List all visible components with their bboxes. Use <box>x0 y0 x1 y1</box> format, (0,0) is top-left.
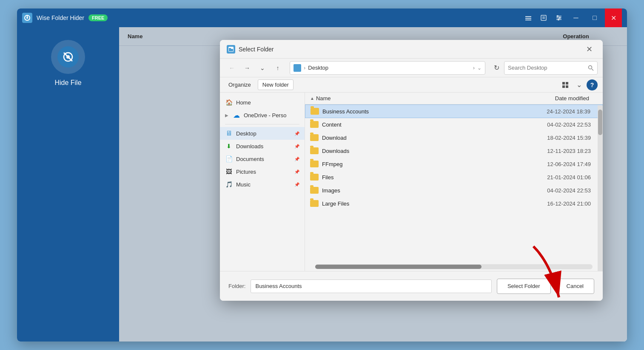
address-folder-icon <box>294 64 301 72</box>
svg-line-22 <box>592 69 593 71</box>
table-row[interactable]: Business Accounts 24-12-2024 18:39 <box>305 104 603 118</box>
hide-file-label: Hide File <box>54 79 81 87</box>
sidebar-item-pictures[interactable]: 🖼 Pictures 📌 <box>220 165 305 178</box>
svg-rect-5 <box>525 20 531 20</box>
folder-icon <box>310 121 319 128</box>
table-row[interactable]: Content 04-02-2024 22:53 <box>305 118 603 131</box>
up-button[interactable]: ↑ <box>271 61 285 75</box>
file-date: 18-02-2024 15:39 <box>521 135 598 141</box>
select-folder-button[interactable]: Select Folder <box>497 279 551 294</box>
dialog-title-bar: Select Folder ✕ <box>220 40 603 59</box>
folder-icon <box>310 187 319 194</box>
new-folder-button[interactable]: New folder <box>258 79 294 90</box>
file-date: 21-01-2024 01:06 <box>521 174 598 181</box>
file-name: FFmpeg <box>322 161 518 167</box>
hide-icon <box>57 46 79 68</box>
cancel-button[interactable]: Cancel <box>556 279 594 294</box>
main-area: Name Operation W WiseCleaner <box>119 27 627 342</box>
music-icon: 🎵 <box>225 181 233 188</box>
folder-input[interactable] <box>251 279 491 293</box>
table-row[interactable]: Images 04-02-2024 22:53 <box>305 184 603 197</box>
svg-rect-3 <box>525 16 531 17</box>
file-date: 16-12-2024 21:00 <box>521 200 598 207</box>
maximize-button[interactable]: □ <box>586 8 603 27</box>
vertical-scrollbar-thumb <box>598 110 602 135</box>
address-bar[interactable]: › Desktop › ⌄ <box>290 61 485 75</box>
svg-rect-20 <box>229 48 231 49</box>
view-controls: ⌄ ? <box>559 79 598 91</box>
sidebar-item-music-label: Music <box>236 181 251 188</box>
sidebar-item-onedrive-label: OneDrive - Perso <box>244 112 286 119</box>
view-menu-button[interactable] <box>559 79 571 91</box>
col-date-header: Date modified <box>521 95 598 102</box>
minimize-button[interactable]: ─ <box>567 8 584 27</box>
table-row[interactable]: Downloads 12-11-2023 18:23 <box>305 144 603 158</box>
expand-icon: ▶ <box>225 113 228 118</box>
pin-icon: 📌 <box>294 131 299 136</box>
file-name: Images <box>322 187 518 194</box>
recent-locations-button[interactable]: ⌄ <box>256 61 269 75</box>
back-button[interactable]: ← <box>225 61 239 75</box>
table-row[interactable]: FFmpeg 12-06-2024 17:49 <box>305 158 603 171</box>
forward-button[interactable]: → <box>240 61 254 75</box>
file-date: 12-11-2023 18:23 <box>521 148 598 154</box>
svg-point-21 <box>589 65 592 69</box>
folder-icon <box>310 161 319 167</box>
file-name: Files <box>322 174 518 181</box>
table-row[interactable]: Large Files 16-12-2024 21:00 <box>305 197 603 210</box>
title-bar: Wise Folder Hider FREE <box>17 8 627 27</box>
notes-icon[interactable] <box>537 11 550 25</box>
svg-point-17 <box>66 55 70 59</box>
taskbar-icon[interactable] <box>521 11 535 25</box>
file-list-panel: ▲ Name Date modified Business Accounts 2… <box>305 93 603 271</box>
file-name: Large Files <box>322 200 518 207</box>
pin-icon-pictures: 📌 <box>294 169 299 174</box>
folder-icon <box>310 174 319 181</box>
horizontal-scrollbar-thumb <box>315 265 482 269</box>
search-input[interactable] <box>508 65 585 71</box>
sidebar-item-downloads-label: Downloads <box>236 143 263 150</box>
table-row[interactable]: Download 18-02-2024 15:39 <box>305 131 603 144</box>
address-path: Desktop <box>308 65 470 71</box>
sidebar-item-desktop[interactable]: 🖥 Desktop 📌 <box>220 127 305 140</box>
downloads-icon: ⬇ <box>225 142 233 150</box>
horizontal-scrollbar[interactable] <box>315 264 593 269</box>
file-date: 12-06-2024 17:49 <box>521 161 598 167</box>
onedrive-icon: ☁ <box>233 111 240 119</box>
file-date: 24-12-2024 18:39 <box>521 108 597 115</box>
sidebar-item-documents[interactable]: 📄 Documents 📌 <box>220 152 305 165</box>
sidebar-item-downloads[interactable]: ⬇ Downloads 📌 <box>220 140 305 152</box>
sidebar-item-home[interactable]: 🏠 Home <box>220 96 305 109</box>
nav-separator <box>225 124 299 124</box>
free-badge: FREE <box>88 14 108 21</box>
svg-rect-4 <box>525 18 531 19</box>
sidebar-item-music[interactable]: 🎵 Music 📌 <box>220 178 305 191</box>
app-title: Wise Folder Hider <box>37 14 84 21</box>
app-logo <box>22 13 32 23</box>
sidebar-item-documents-label: Documents <box>236 156 264 162</box>
help-button[interactable]: ? <box>587 79 598 90</box>
svg-point-13 <box>559 17 561 19</box>
svg-rect-6 <box>541 15 546 20</box>
settings-icon[interactable] <box>552 11 566 25</box>
svg-point-1 <box>26 17 28 19</box>
search-bar <box>504 61 598 75</box>
folder-label: Folder: <box>228 283 245 289</box>
vertical-scrollbar[interactable] <box>598 105 603 271</box>
organize-button[interactable]: Organize <box>225 80 254 90</box>
dialog-close-button[interactable]: ✕ <box>582 42 596 56</box>
file-name: Downloads <box>322 148 518 154</box>
sort-icon: ▲ <box>310 96 314 101</box>
close-button[interactable]: ✕ <box>605 8 622 27</box>
refresh-button[interactable]: ↻ <box>490 62 502 74</box>
folder-icon <box>310 147 319 154</box>
search-icon <box>588 65 594 71</box>
view-dropdown-button[interactable]: ⌄ <box>573 79 585 91</box>
address-chevron-icon: ⌄ <box>477 65 482 71</box>
left-nav-panel: 🏠 Home ▶ ☁ OneDrive - Perso 🖥 Desktop <box>220 93 305 271</box>
app-window: Wise Folder Hider FREE <box>17 8 627 342</box>
sidebar-item-onedrive[interactable]: ▶ ☁ OneDrive - Perso <box>220 109 305 121</box>
sidebar-logo <box>51 40 85 74</box>
folder-icon <box>310 134 319 141</box>
table-row[interactable]: Files 21-01-2024 01:06 <box>305 171 603 184</box>
